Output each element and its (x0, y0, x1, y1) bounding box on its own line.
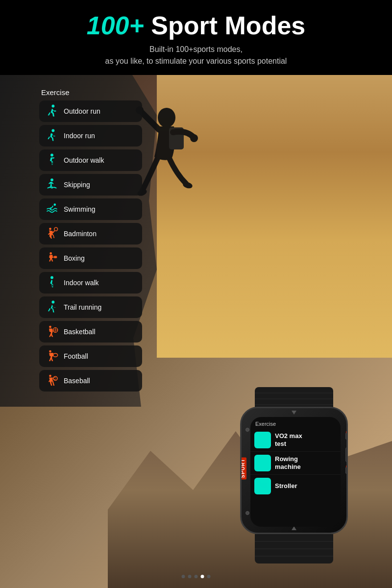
exercise-text-trail-running: Trail running (64, 303, 101, 311)
exercise-text-indoor-run: Indoor run (64, 132, 95, 140)
svg-rect-15 (54, 256, 57, 258)
svg-point-25 (49, 375, 51, 377)
exercise-icon-trail-running (45, 300, 59, 314)
svg-point-17 (50, 276, 53, 279)
exercise-icon-badminton (45, 227, 59, 241)
exercise-text-badminton: Badminton (64, 230, 97, 238)
watch-screen: Exercise VO2 maxtest Rowingmachine Strol… (250, 417, 341, 527)
svg-line-39 (257, 480, 258, 481)
page-dot-1[interactable] (182, 575, 185, 578)
exercise-panel-label: Exercise (39, 88, 142, 97)
exercise-item-outdoor-run[interactable]: Outdoor run (39, 100, 142, 122)
page-dot-2[interactable] (188, 575, 192, 578)
svg-point-18 (51, 301, 54, 304)
svg-line-16 (51, 257, 54, 258)
svg-point-10 (54, 203, 56, 206)
exercise-item-skipping[interactable]: Skipping (39, 174, 142, 196)
svg-point-38 (264, 488, 267, 491)
exercise-item-football[interactable]: Football (39, 345, 142, 367)
page-dots (182, 575, 211, 578)
watch-case: SPORT Exercise VO2 maxtest Rowingmachine… (240, 407, 348, 534)
exercise-text-skipping: Skipping (64, 181, 90, 189)
exercise-item-basketball[interactable]: Basketball (39, 321, 142, 343)
watch-button-bottom (345, 467, 348, 474)
exercise-icon-basketball (45, 325, 59, 339)
watch-item-label-stroller: Stroller (275, 482, 297, 490)
watch-item-label-rowing-machine: Rowingmachine (275, 455, 301, 470)
watch-item-rowing-machine: Rowingmachine (250, 451, 341, 474)
exercise-icon-skipping (45, 178, 59, 192)
exercise-list: Outdoor run Indoor run Outdoor walk Skip… (39, 100, 142, 392)
title-main: Sport Modes (144, 11, 305, 40)
svg-point-14 (49, 252, 52, 255)
svg-point-19 (49, 326, 51, 328)
page-dot-3[interactable] (195, 575, 198, 578)
watch-screw-bottom (245, 511, 249, 515)
svg-line-13 (52, 231, 54, 233)
exercise-icon-outdoor-walk (45, 153, 59, 167)
watch-icon-stroller (254, 478, 271, 494)
exercise-item-indoor-run[interactable]: Indoor run (39, 125, 142, 147)
exercise-text-outdoor-walk: Outdoor walk (64, 156, 104, 164)
background-area: Exercise Outdoor run Indoor run Outdoor … (0, 64, 392, 588)
exercise-text-swimming: Swimming (64, 205, 96, 213)
watch-icon-rowing-machine (254, 455, 271, 471)
exercise-icon-indoor-run (45, 129, 59, 143)
page-dot-5[interactable] (207, 575, 211, 578)
title-highlight: 100+ (87, 11, 144, 40)
exercise-item-indoor-walk[interactable]: Indoor walk (39, 272, 142, 294)
watch-body: SPORT Exercise VO2 maxtest Rowingmachine… (240, 407, 348, 539)
svg-line-40 (267, 481, 269, 483)
watch-items-list: VO2 maxtest Rowingmachine Stroller (250, 429, 341, 497)
svg-point-11 (49, 228, 51, 230)
exercise-panel: Exercise Outdoor run Indoor run Outdoor … (39, 88, 142, 394)
exercise-item-baseball[interactable]: Baseball (39, 370, 142, 392)
watch-exercise-label: Exercise (250, 417, 341, 429)
svg-point-9 (50, 178, 53, 181)
exercise-icon-indoor-walk (45, 276, 59, 290)
svg-point-12 (54, 227, 58, 231)
header-section: 100+ Sport Modes Built-in 100+sports mod… (0, 0, 392, 75)
svg-point-33 (262, 432, 265, 435)
watch-dot-bottom (346, 465, 348, 468)
watch-item-vo2-max: VO2 maxtest (250, 429, 341, 451)
svg-point-0 (158, 108, 175, 127)
watch-indicator-top (292, 411, 296, 415)
exercise-text-football: Football (64, 352, 88, 360)
page-title: 100+ Sport Modes (10, 12, 382, 40)
svg-point-5 (190, 134, 198, 142)
svg-point-26 (53, 376, 57, 380)
sport-label: SPORT (240, 457, 246, 479)
exercise-icon-baseball (45, 374, 59, 388)
svg-point-35 (257, 456, 260, 459)
svg-point-7 (51, 129, 54, 132)
exercise-item-outdoor-walk[interactable]: Outdoor walk (39, 149, 142, 171)
watch-dot-top (346, 431, 348, 434)
watch-button-top (345, 433, 348, 440)
exercise-text-basketball: Basketball (64, 328, 96, 336)
exercise-text-boxing: Boxing (64, 254, 85, 262)
exercise-text-baseball: Baseball (64, 377, 90, 385)
watch-screw-top (245, 428, 249, 432)
exercise-item-badminton[interactable]: Badminton (39, 223, 142, 245)
exercise-item-trail-running[interactable]: Trail running (39, 296, 142, 318)
exercise-icon-outdoor-run (45, 104, 59, 118)
exercise-item-boxing[interactable]: Boxing (39, 247, 142, 269)
svg-point-23 (49, 350, 51, 353)
svg-point-8 (50, 154, 53, 157)
watch-indicator-bottom (292, 526, 296, 530)
page-dot-4[interactable] (201, 575, 204, 578)
header-subtitle: Built-in 100+sports modes, as you like, … (10, 44, 382, 67)
watch-band-bottom (255, 534, 333, 564)
watch-icon-vo2-max (254, 432, 271, 448)
exercise-item-swimming[interactable]: Swimming (39, 198, 142, 220)
exercise-icon-swimming (45, 202, 59, 216)
watch-item-label-vo2-max: VO2 maxtest (275, 432, 302, 447)
exercise-icon-football (45, 349, 59, 363)
exercise-text-indoor-walk: Indoor walk (64, 279, 99, 287)
watch-crown (345, 447, 348, 462)
exercise-icon-boxing (45, 251, 59, 265)
svg-point-37 (259, 488, 262, 491)
svg-point-24 (53, 353, 57, 357)
watch-item-stroller: Stroller (250, 474, 341, 497)
